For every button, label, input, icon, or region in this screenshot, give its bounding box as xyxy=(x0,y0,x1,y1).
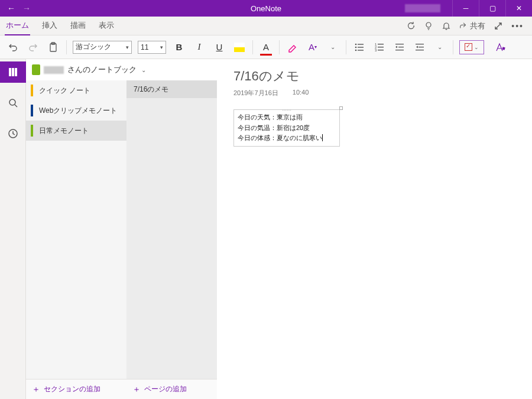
page-item[interactable]: 7/16のメモ xyxy=(126,80,217,98)
add-page-button[interactable]: ＋ページの追加 xyxy=(126,379,217,399)
redo-button[interactable] xyxy=(26,40,40,54)
page-date: 2019年7月16日 xyxy=(233,89,278,98)
clipboard-button[interactable] xyxy=(46,40,60,54)
chevron-down-icon[interactable]: ⌄ xyxy=(433,40,447,54)
page-time: 10:40 xyxy=(293,89,309,98)
notebook-dropdown[interactable]: さんのノートブック ⌄ xyxy=(26,59,217,80)
svg-point-24 xyxy=(9,99,15,105)
section-item-quicknotes[interactable]: クイック ノート xyxy=(26,80,126,100)
rail-notebooks-icon[interactable] xyxy=(0,61,26,83)
rail-recent-icon[interactable] xyxy=(0,123,26,144)
svg-rect-7 xyxy=(358,47,364,47)
note-line[interactable]: 今日の天気：東京は雨 xyxy=(238,112,336,123)
highlight-button[interactable] xyxy=(232,40,246,54)
bell-icon[interactable] xyxy=(442,21,451,31)
svg-rect-16 xyxy=(398,47,404,47)
sidebar: さんのノートブック ⌄ クイック ノート Webクリップメモノート 日常メモノー… xyxy=(26,59,217,399)
tab-view[interactable]: 表示 xyxy=(98,17,115,35)
page-title[interactable]: 7/16のメモ xyxy=(233,67,515,85)
bold-button[interactable]: B xyxy=(172,40,186,54)
format-menu-button[interactable]: A▾ xyxy=(306,40,320,54)
titlebar: ← → OneNote ─ ▢ ✕ xyxy=(0,0,532,17)
app-title: OneNote xyxy=(251,4,281,13)
more-icon[interactable]: ••• xyxy=(511,21,524,31)
svg-point-4 xyxy=(355,46,357,48)
svg-rect-18 xyxy=(416,44,424,44)
note-line[interactable]: 今日の体感：夏なのに肌寒い xyxy=(238,133,336,144)
share-button[interactable]: 共有 xyxy=(459,21,485,31)
svg-rect-13 xyxy=(378,47,384,47)
note-line[interactable]: 今日の気温：新宿は20度 xyxy=(238,123,336,134)
rail-search-icon[interactable] xyxy=(0,92,26,113)
note-canvas[interactable]: 7/16のメモ 2019年7月16日 10:40 ⋯⋯ 今日の天気：東京は雨 今… xyxy=(217,59,532,399)
svg-rect-19 xyxy=(419,47,424,47)
clear-format-button[interactable] xyxy=(286,40,300,54)
svg-rect-8 xyxy=(358,50,364,50)
svg-rect-21 xyxy=(9,68,11,76)
sync-icon[interactable] xyxy=(406,21,416,31)
nav-rail xyxy=(0,59,26,399)
svg-point-5 xyxy=(355,49,357,51)
svg-rect-15 xyxy=(395,44,404,44)
underline-button[interactable]: U xyxy=(212,40,226,54)
text-cursor xyxy=(322,134,323,141)
chevron-down-icon: ⌄ xyxy=(141,67,146,73)
svg-text:3: 3 xyxy=(375,48,377,52)
svg-rect-17 xyxy=(395,50,404,50)
font-size-select[interactable]: 11 xyxy=(138,41,166,54)
svg-point-3 xyxy=(355,43,357,45)
section-list: クイック ノート Webクリップメモノート 日常メモノート ＋セクションの追加 xyxy=(26,80,126,399)
indent-button[interactable] xyxy=(413,40,427,54)
svg-rect-1 xyxy=(50,44,56,51)
page-datetime: 2019年7月16日 10:40 xyxy=(233,89,515,98)
minimize-button[interactable]: ─ xyxy=(452,0,479,17)
notebook-owner-blur xyxy=(44,66,64,74)
forward-button[interactable]: → xyxy=(22,4,31,13)
notebook-icon xyxy=(32,64,40,75)
svg-rect-12 xyxy=(378,44,384,44)
outdent-button[interactable] xyxy=(392,40,407,54)
svg-point-0 xyxy=(426,22,431,27)
container-resize-handle[interactable] xyxy=(339,106,343,110)
maximize-button[interactable]: ▢ xyxy=(479,0,505,17)
section-item-webclip[interactable]: Webクリップメモノート xyxy=(26,100,126,121)
svg-rect-6 xyxy=(358,44,364,44)
undo-button[interactable] xyxy=(6,40,20,54)
container-handle[interactable]: ⋯⋯ xyxy=(234,107,339,110)
lightbulb-icon[interactable] xyxy=(424,21,433,31)
menubar: ホーム 挿入 描画 表示 共有 ••• xyxy=(0,17,532,35)
add-section-button[interactable]: ＋セクションの追加 xyxy=(26,379,126,399)
page-list: 7/16のメモ ＋ページの追加 xyxy=(126,80,217,399)
tab-insert[interactable]: 挿入 xyxy=(41,17,59,35)
chevron-down-icon[interactable]: ⌄ xyxy=(326,40,340,54)
svg-rect-23 xyxy=(15,68,17,76)
notebook-label: さんのノートブック xyxy=(67,64,137,75)
svg-rect-20 xyxy=(416,50,424,50)
italic-button[interactable]: I xyxy=(192,40,206,54)
fullscreen-icon[interactable] xyxy=(494,21,503,31)
svg-rect-14 xyxy=(378,50,384,50)
note-text-container[interactable]: ⋯⋯ 今日の天気：東京は雨 今日の気温：新宿は20度 今日の体感：夏なのに肌寒い xyxy=(233,109,340,147)
bullet-list-button[interactable] xyxy=(352,40,366,54)
tab-draw[interactable]: 描画 xyxy=(69,17,87,35)
font-color-button[interactable]: A xyxy=(259,40,273,54)
tab-home[interactable]: ホーム xyxy=(5,17,30,35)
todo-tag-button[interactable]: ⌄ xyxy=(459,40,484,54)
close-button[interactable]: ✕ xyxy=(505,0,532,17)
font-name-select[interactable]: 游ゴシック xyxy=(73,41,132,54)
ribbon: 游ゴシック 11 B I U A A▾ ⌄ 123 ⌄ ⌄ xyxy=(0,35,532,59)
number-list-button[interactable]: 123 xyxy=(372,40,387,54)
styles-button[interactable] xyxy=(494,40,508,54)
svg-rect-22 xyxy=(12,68,14,76)
back-button[interactable]: ← xyxy=(7,4,15,13)
section-item-daily[interactable]: 日常メモノート xyxy=(26,121,126,141)
user-name[interactable] xyxy=(405,4,440,12)
